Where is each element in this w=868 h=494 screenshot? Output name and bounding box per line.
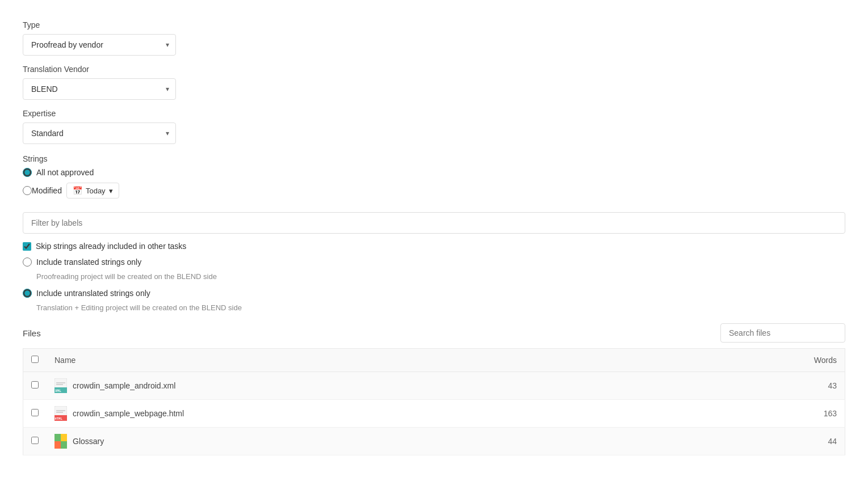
files-table-header-row: Name Words [23, 349, 845, 372]
date-picker-button[interactable]: 📅 Today ▾ [66, 183, 119, 199]
file-name-text: crowdin_sample_webpage.html [73, 409, 184, 418]
skip-strings-label[interactable]: Skip strings already included in other t… [36, 242, 186, 251]
file-name-cell: XML crowdin_sample_android.xml [47, 372, 676, 400]
file-name-inner: HTML crowdin_sample_webpage.html [54, 406, 668, 421]
include-untranslated-label[interactable]: Include untranslated strings only [36, 289, 150, 298]
glossary-file-icon [54, 434, 67, 449]
include-untranslated-subtext: Translation + Editing project will be cr… [36, 303, 845, 312]
all-not-approved-row: All not approved [23, 168, 845, 177]
table-row: XML crowdin_sample_android.xml 43 [23, 372, 845, 400]
files-section: Files Name Words [23, 323, 845, 455]
type-select-wrapper: Proofread by vendor Translate Review ▾ [23, 34, 176, 56]
expertise-select-wrapper: Standard Expert ▾ [23, 123, 176, 144]
include-untranslated-row: Include untranslated strings only [23, 289, 845, 298]
expertise-label: Expertise [23, 109, 845, 118]
calendar-icon: 📅 [73, 186, 82, 195]
row-checkbox-cell [23, 400, 47, 428]
expertise-select[interactable]: Standard Expert [23, 123, 176, 144]
xml-file-icon: XML [54, 378, 67, 393]
svg-rect-12 [61, 441, 67, 449]
modified-radio[interactable] [23, 186, 32, 195]
include-translated-option: Include translated strings only Proofrea… [23, 257, 845, 281]
html-file-icon: HTML [54, 406, 67, 421]
modified-row: Modified 📅 Today ▾ [23, 183, 845, 199]
skip-strings-row: Skip strings already included in other t… [23, 242, 845, 251]
svg-rect-14 [54, 441, 61, 449]
file-name-cell: Glossary [47, 428, 676, 455]
table-row: Glossary 44 [23, 428, 845, 455]
all-not-approved-radio[interactable] [23, 168, 32, 177]
skip-strings-checkbox[interactable] [23, 242, 31, 251]
include-untranslated-radio[interactable] [23, 289, 32, 298]
include-translated-row: Include translated strings only [23, 257, 845, 267]
files-header: Files [23, 323, 845, 343]
vendor-select[interactable]: BLEND Other [23, 78, 176, 100]
vendor-select-wrapper: BLEND Other ▾ [23, 78, 176, 100]
table-row: HTML crowdin_sample_webpage.html 163 [23, 400, 845, 428]
type-label: Type [23, 20, 845, 29]
all-not-approved-label[interactable]: All not approved [36, 168, 94, 177]
select-all-checkbox[interactable] [31, 356, 39, 363]
name-column-header: Name [47, 349, 676, 372]
select-all-checkbox-header [23, 349, 47, 372]
file-words-cell: 44 [676, 428, 845, 455]
files-table-header: Name Words [23, 349, 845, 372]
include-untranslated-option: Include untranslated strings only Transl… [23, 289, 845, 312]
file-name-text: crowdin_sample_android.xml [73, 381, 175, 390]
include-translated-label[interactable]: Include translated strings only [36, 257, 141, 267]
files-table-body: XML crowdin_sample_android.xml 43 [23, 372, 845, 455]
strings-section: Strings All not approved Modified 📅 Toda… [23, 154, 845, 312]
file-name-inner: Glossary [54, 434, 668, 449]
date-dropdown-arrow-icon: ▾ [109, 187, 113, 195]
row-checkbox[interactable] [31, 381, 39, 389]
file-name-inner: XML crowdin_sample_android.xml [54, 378, 668, 393]
svg-rect-13 [61, 434, 67, 441]
vendor-label: Translation Vendor [23, 65, 845, 74]
include-translated-radio[interactable] [23, 257, 32, 267]
row-checkbox-cell [23, 372, 47, 400]
svg-text:XML: XML [55, 389, 61, 392]
row-checkbox-cell [23, 428, 47, 455]
svg-rect-11 [54, 434, 61, 441]
file-name-text: Glossary [73, 437, 104, 446]
type-select[interactable]: Proofread by vendor Translate Review [23, 34, 176, 56]
strings-label: Strings [23, 154, 845, 163]
files-table: Name Words XML [23, 348, 845, 455]
modified-label[interactable]: Modified [32, 186, 62, 195]
words-column-header: Words [676, 349, 845, 372]
search-files-input[interactable] [720, 323, 845, 343]
files-title: Files [23, 328, 41, 338]
file-words-cell: 43 [676, 372, 845, 400]
svg-text:HTML: HTML [55, 417, 63, 420]
filter-by-labels-input[interactable] [23, 212, 845, 234]
file-words-cell: 163 [676, 400, 845, 428]
date-label: Today [86, 187, 106, 195]
row-checkbox[interactable] [31, 409, 39, 416]
row-checkbox[interactable] [31, 437, 39, 444]
file-name-cell: HTML crowdin_sample_webpage.html [47, 400, 676, 428]
include-translated-subtext: Proofreading project will be created on … [36, 272, 845, 281]
